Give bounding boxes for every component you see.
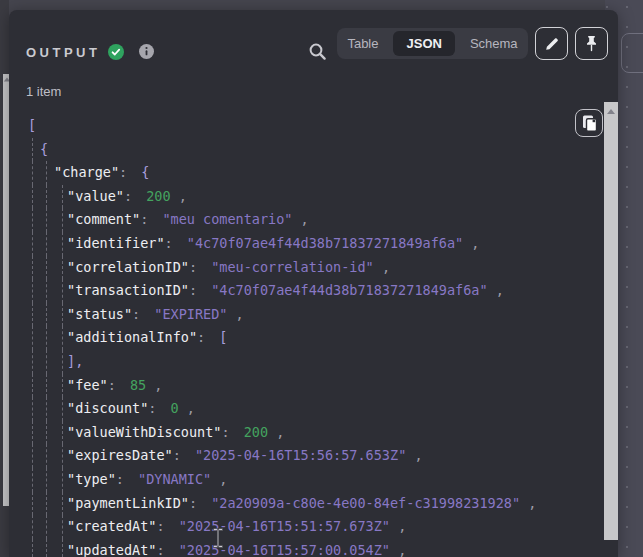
indent-guide xyxy=(46,256,47,280)
indent-guide xyxy=(32,374,33,398)
json-line: "comment": "meu comentario" , xyxy=(9,208,604,232)
indent-guide xyxy=(46,350,47,374)
tab-schema[interactable]: Schema xyxy=(457,31,531,56)
json-line: "additionalInfo": [ xyxy=(9,326,604,350)
indent-guide xyxy=(46,444,47,468)
indent-guide xyxy=(32,350,33,374)
json-line: [ xyxy=(9,114,604,138)
panel-title: OUTPUT xyxy=(26,45,100,60)
indent-guide xyxy=(62,468,63,492)
tab-json[interactable]: JSON xyxy=(393,31,454,56)
indent-guide xyxy=(46,468,47,492)
indent-guide xyxy=(62,421,63,445)
indent-guide xyxy=(32,279,33,303)
info-icon[interactable] xyxy=(139,44,154,59)
indent-guide xyxy=(32,326,33,350)
json-line: "value": 200 , xyxy=(9,185,604,209)
indent-guide xyxy=(32,303,33,327)
tab-table[interactable]: Table xyxy=(334,31,391,56)
indent-guide xyxy=(32,138,33,162)
indent-guide xyxy=(62,232,63,256)
indent-guide xyxy=(62,515,63,539)
indent-guide xyxy=(46,232,47,256)
json-line: "transactionID": "4c70f07ae4f44d38b71837… xyxy=(9,279,604,303)
json-line: "createdAt": "2025-04-16T15:51:57.673Z" … xyxy=(9,515,604,539)
json-line: "identifier": "4c70f07ae4f44d38b71837271… xyxy=(9,232,604,256)
json-line: "updatedAt": "2025-04-16T15:57:00.054Z" … xyxy=(9,539,604,557)
indent-guide xyxy=(32,515,33,539)
indent-guide xyxy=(46,303,47,327)
indent-guide xyxy=(32,444,33,468)
success-check-icon xyxy=(108,44,124,60)
json-line: ], xyxy=(9,350,604,374)
pin-output-button[interactable] xyxy=(575,27,608,60)
json-scrollbar[interactable] xyxy=(604,102,618,540)
indent-guide xyxy=(32,421,33,445)
copy-pages-icon xyxy=(581,114,598,132)
json-line: { xyxy=(9,138,604,162)
output-panel: OUTPUT TableJSONSchema 1 item [{"charge"… xyxy=(9,10,618,557)
json-line: "fee": 85 , xyxy=(9,374,604,398)
indent-guide xyxy=(32,397,33,421)
indent-guide xyxy=(46,374,47,398)
indent-guide xyxy=(46,539,47,557)
items-count: 1 item xyxy=(26,84,61,99)
indent-guide xyxy=(46,515,47,539)
scroll-up-arrow-icon xyxy=(607,109,615,114)
json-line: "charge": { xyxy=(9,161,604,185)
indent-guide xyxy=(62,279,63,303)
indent-guide xyxy=(62,374,63,398)
indent-guide xyxy=(62,492,63,516)
json-line: "status": "EXPIRED" , xyxy=(9,303,604,327)
json-line: "correlationID": "meu-correlation-id" , xyxy=(9,256,604,280)
indent-guide xyxy=(32,208,33,232)
json-line: "type": "DYNAMIC" , xyxy=(9,468,604,492)
json-line: "valueWithDiscount": 200 , xyxy=(9,421,604,445)
indent-guide xyxy=(46,492,47,516)
background-left-strip xyxy=(0,0,9,557)
indent-guide xyxy=(62,185,63,209)
pin-icon xyxy=(584,35,599,52)
indent-guide xyxy=(32,185,33,209)
view-mode-switcher: TableJSONSchema xyxy=(337,28,528,59)
indent-guide xyxy=(62,303,63,327)
indent-guide xyxy=(32,492,33,516)
indent-guide xyxy=(62,539,63,557)
indent-guide xyxy=(62,350,63,374)
text-cursor xyxy=(211,527,225,549)
indent-guide xyxy=(46,185,47,209)
json-line: "paymentLinkID": "2a20909a-c80e-4e00-84e… xyxy=(9,492,604,516)
indent-guide xyxy=(46,326,47,350)
edit-output-button[interactable] xyxy=(535,27,568,60)
indent-guide xyxy=(62,444,63,468)
indent-guide xyxy=(46,397,47,421)
indent-guide xyxy=(32,256,33,280)
indent-guide xyxy=(62,397,63,421)
copy-json-button[interactable] xyxy=(575,109,603,137)
json-output-view[interactable]: [{"charge": {"value": 200 ,"comment": "m… xyxy=(9,114,604,557)
indent-guide xyxy=(46,161,47,185)
background-element-outline xyxy=(621,33,643,73)
indent-guide xyxy=(32,161,33,185)
indent-guide xyxy=(32,468,33,492)
indent-guide xyxy=(62,326,63,350)
json-line: "expiresDate": "2025-04-16T15:56:57.653Z… xyxy=(9,444,604,468)
indent-guide xyxy=(46,208,47,232)
indent-guide xyxy=(62,256,63,280)
indent-guide xyxy=(46,421,47,445)
pencil-icon xyxy=(544,36,560,52)
indent-guide xyxy=(32,539,33,557)
indent-guide xyxy=(32,232,33,256)
json-line: "discount": 0 , xyxy=(9,397,604,421)
indent-guide xyxy=(46,279,47,303)
search-icon[interactable] xyxy=(308,42,327,61)
indent-guide xyxy=(62,208,63,232)
